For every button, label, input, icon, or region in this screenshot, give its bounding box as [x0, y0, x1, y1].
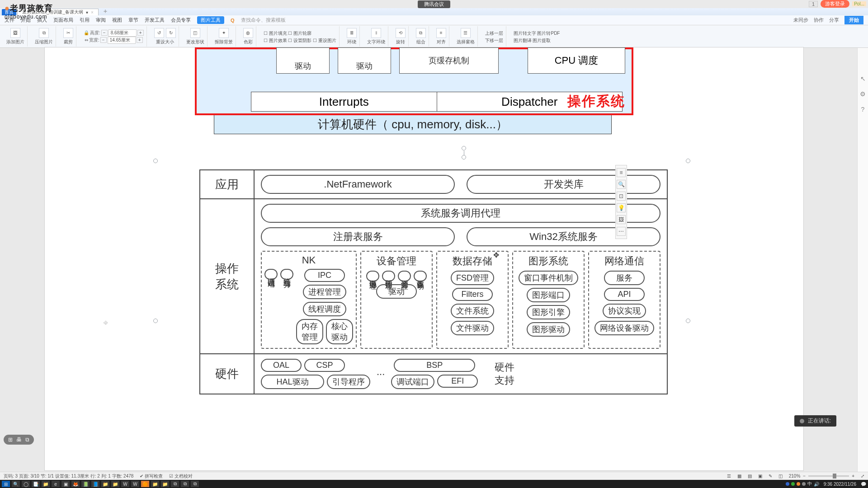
- document-tab[interactable]: 老男孩Linux_培训建_备课大纲 ▾ ×: [17, 9, 99, 15]
- btn-outline[interactable]: ☐ 图片轮廓: [288, 31, 311, 36]
- float-idea-icon[interactable]: 💡: [617, 203, 626, 212]
- ribbon-align[interactable]: ≡对齐: [434, 26, 449, 47]
- width-dec[interactable]: −: [100, 37, 107, 43]
- taskbar-app-1[interactable]: ▣: [61, 481, 70, 487]
- menu-review[interactable]: 审阅: [96, 17, 106, 23]
- rstrip-settings-icon[interactable]: ⚙: [860, 90, 866, 98]
- tray-tool-1[interactable]: ⊞: [8, 436, 13, 443]
- tray-tool-2[interactable]: 🖶: [16, 436, 22, 443]
- float-layout-icon[interactable]: ≡: [617, 168, 626, 177]
- ribbon-crop[interactable]: ✂裁剪: [61, 26, 76, 47]
- ribbon-text-wrap[interactable]: ⫴文字环绕: [364, 26, 388, 47]
- menu-file[interactable]: 文件: [5, 17, 14, 23]
- btn-back[interactable]: 下移一层: [485, 38, 503, 44]
- share-button[interactable]: 分享: [829, 17, 839, 23]
- taskbar-search[interactable]: 🔍: [12, 481, 20, 487]
- taskbar-app-8[interactable]: 📁: [161, 481, 169, 487]
- lock-icon[interactable]: 🔒: [84, 30, 89, 35]
- home-tab[interactable]: 首页: [2, 9, 16, 15]
- status-proof[interactable]: ☑ 文档校对: [169, 473, 193, 479]
- view-mode-6[interactable]: ◫: [778, 474, 783, 479]
- tray-tool-3[interactable]: ⧉: [25, 436, 29, 443]
- tray-icon-4[interactable]: [802, 482, 806, 486]
- ribbon-remove-bg[interactable]: ✦抠除背景: [212, 26, 236, 47]
- taskbar-app-9[interactable]: ⧉: [171, 481, 179, 487]
- btn-extract[interactable]: 图片提取: [533, 38, 551, 43]
- view-mode-1[interactable]: ☰: [727, 474, 731, 479]
- tray-ime[interactable]: 中: [807, 481, 812, 487]
- menu-chapter[interactable]: 章节: [128, 17, 138, 23]
- tray-icon-1[interactable]: [786, 482, 789, 486]
- menu-picture-tools[interactable]: 图片工具: [197, 16, 224, 24]
- tray-volume-icon[interactable]: 🔊: [814, 482, 819, 487]
- ribbon-add-picture[interactable]: 🖼添加图片: [4, 26, 28, 47]
- taskbar-firefox[interactable]: 🦊: [71, 481, 80, 487]
- rotate-handle[interactable]: [462, 146, 466, 150]
- float-pic-icon[interactable]: 🖼: [617, 215, 626, 224]
- ribbon-combine[interactable]: ⧉组合: [413, 26, 429, 47]
- btn-fill[interactable]: ☐ 图片填充: [264, 31, 287, 36]
- zoom-control[interactable]: 210% − +: [789, 474, 854, 479]
- ribbon-rotate[interactable]: ⟲旋转: [393, 26, 409, 47]
- menu-start[interactable]: 开始: [21, 17, 31, 23]
- taskbar-app-7[interactable]: 📁: [151, 481, 159, 487]
- taskbar-clock[interactable]: 9:36 2022/11/26: [821, 482, 859, 487]
- width-inc[interactable]: +: [137, 37, 143, 43]
- ribbon-compress[interactable]: ⧉压缩图片: [32, 26, 56, 47]
- sel-handle-tl[interactable]: [153, 159, 158, 163]
- menu-ref[interactable]: 引用: [80, 17, 90, 23]
- begin-button[interactable]: 开始: [844, 16, 863, 24]
- height-inc[interactable]: +: [137, 30, 144, 36]
- menu-view[interactable]: 视图: [112, 17, 122, 23]
- float-crop-icon[interactable]: ⊡: [617, 192, 626, 201]
- taskbar-app-6[interactable]: 🟠: [141, 481, 149, 487]
- btn-reset2[interactable]: ☐ 重设图片: [313, 38, 336, 43]
- height-dec[interactable]: −: [101, 30, 108, 36]
- tray-icon-2[interactable]: [791, 482, 795, 486]
- taskbar-wps-2[interactable]: W: [131, 481, 139, 487]
- btn-shadow[interactable]: ☐ 设置阴影: [288, 38, 311, 43]
- search-icon[interactable]: Q: [231, 18, 235, 23]
- menu-dev[interactable]: 开发工具: [145, 17, 165, 23]
- menu-insert[interactable]: 插入: [37, 17, 47, 23]
- float-zoom-icon[interactable]: 🔍: [617, 180, 626, 189]
- sel-handle-l[interactable]: [153, 319, 158, 323]
- coop-button[interactable]: 协作: [814, 17, 824, 23]
- float-more-icon[interactable]: ⋯: [617, 227, 626, 236]
- btn-translate[interactable]: 图片翻译: [514, 38, 532, 43]
- rstrip-cursor-icon[interactable]: ↖: [860, 75, 866, 82]
- taskbar-app-11[interactable]: ⧉: [191, 481, 199, 487]
- start-button[interactable]: ⊞: [2, 481, 10, 487]
- taskbar-app-2[interactable]: 📗: [81, 481, 90, 487]
- sync-status[interactable]: 未同步: [793, 17, 808, 23]
- btn-to-pdf[interactable]: 图片转PDF: [537, 31, 560, 36]
- new-tab-button[interactable]: ＋: [99, 7, 111, 15]
- close-tab-icon[interactable]: ×: [91, 10, 94, 15]
- view-mode-5[interactable]: ✎: [769, 474, 772, 479]
- sel-handle-top[interactable]: [462, 155, 466, 160]
- menu-layout[interactable]: 页面布局: [53, 17, 73, 23]
- ribbon-reset-size[interactable]: ↺↻重设大小: [151, 26, 179, 47]
- taskbar-app-4[interactable]: 📁: [101, 481, 109, 487]
- login-button[interactable]: 游客登录: [821, 0, 849, 8]
- taskbar-app-10[interactable]: ⧉: [181, 481, 189, 487]
- width-field[interactable]: 14.65厘米: [108, 37, 136, 44]
- tray-icon-3[interactable]: [797, 482, 800, 486]
- ratio-icon[interactable]: ⇔: [85, 38, 88, 42]
- sel-handle-tr[interactable]: [686, 159, 690, 163]
- view-mode-4[interactable]: ▣: [758, 474, 762, 479]
- ribbon-selection-pane[interactable]: ☰选择窗格: [454, 26, 478, 47]
- notification-center-icon[interactable]: 💬: [861, 482, 866, 487]
- ribbon-wrap[interactable]: ≣环绕: [344, 26, 360, 47]
- search-placeholder[interactable]: 查找命令、搜索模板: [241, 17, 286, 23]
- rstrip-help-icon[interactable]: ?: [861, 106, 865, 113]
- view-mode-3[interactable]: ▤: [748, 474, 752, 479]
- taskbar-edge[interactable]: e: [52, 481, 60, 487]
- menu-vip[interactable]: 会员专享: [171, 17, 191, 23]
- btn-to-text[interactable]: 图片转文字: [514, 31, 536, 36]
- zoom-out[interactable]: −: [803, 474, 806, 479]
- taskbar-app-5[interactable]: 📁: [111, 481, 119, 487]
- status-spellcheck[interactable]: ✔ 拼写检查: [140, 473, 163, 479]
- zoom-in[interactable]: +: [852, 474, 854, 479]
- document-page[interactable]: 驱动 驱动 页缓存机制 CPU 调度 Interrupts Dispatcher…: [44, 47, 804, 471]
